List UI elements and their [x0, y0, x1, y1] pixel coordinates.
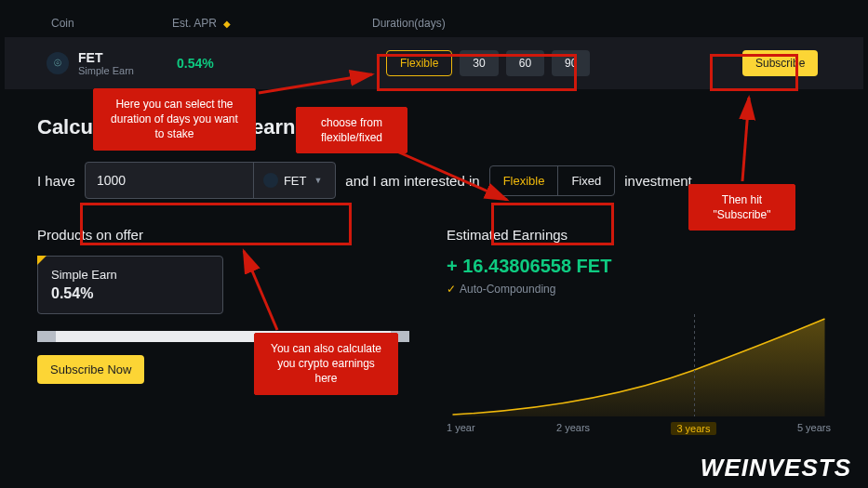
products-title: Products on offer [37, 227, 409, 243]
amount-group: FET ▼ [85, 162, 336, 199]
header-coin: Coin [51, 17, 172, 30]
x-5years[interactable]: 5 years [797, 422, 831, 435]
scroll-left-icon[interactable] [37, 331, 56, 342]
calc-prefix: I have [37, 173, 75, 189]
x-2years[interactable]: 2 years [556, 422, 590, 435]
amount-input[interactable] [86, 173, 253, 188]
x-3years[interactable]: 3 years [671, 422, 715, 435]
coin-symbol: FET [78, 50, 134, 65]
fet-mini-icon [263, 173, 278, 188]
product-apr: 0.54% [51, 285, 209, 302]
duration-flexible[interactable]: Flexible [386, 50, 452, 76]
duration-90[interactable]: 90 [552, 50, 590, 76]
header-duration: Duration(days) [372, 17, 831, 30]
product-card[interactable]: Simple Earn 0.54% [37, 256, 223, 314]
callout-flex-fixed: choose from flexible/fixed [296, 107, 407, 153]
check-icon: ✓ [447, 283, 456, 296]
callout-calculate: You can also calculate you crypto earnin… [254, 333, 398, 395]
coin-select[interactable]: FET ▼ [253, 163, 335, 198]
header-apr-label: Est. APR [172, 17, 217, 30]
product-name: Simple Earn [51, 268, 209, 282]
auto-compounding: ✓Auto-Compounding [447, 283, 831, 296]
x-1year[interactable]: 1 year [447, 422, 475, 435]
investment-tabs: Flexible Fixed [489, 165, 616, 196]
tab-flexible[interactable]: Flexible [490, 166, 558, 195]
coin-subtitle: Simple Earn [78, 65, 134, 76]
subscribe-button[interactable]: Subscribe [742, 50, 818, 76]
calc-mid: and I am interested in [345, 173, 479, 189]
earnings-value: + 16.43806558 FET [447, 256, 831, 277]
fet-coin-icon: ⦾ [47, 52, 69, 74]
callout-duration: Here you can select the duration of days… [93, 88, 256, 151]
earnings-chart [447, 314, 831, 416]
duration-group: Flexible 30 60 90 [377, 50, 742, 76]
chevron-down-icon: ▼ [314, 176, 322, 185]
callout-subscribe: Then hit "Subscribe" [688, 184, 795, 231]
tab-fixed[interactable]: Fixed [557, 166, 614, 195]
coin-row: ⦾ FET Simple Earn 0.54% Flexible 30 60 9… [5, 37, 863, 89]
duration-30[interactable]: 30 [460, 50, 498, 76]
duration-60[interactable]: 60 [506, 50, 544, 76]
apr-value: 0.54% [177, 56, 377, 71]
chart-x-labels: 1 year 2 years 3 years 5 years [447, 422, 831, 435]
coin-select-label: FET [284, 174, 307, 188]
sort-icon[interactable]: ◆ [223, 19, 231, 29]
watermark: WEINVESTS [701, 454, 851, 482]
subscribe-now-button[interactable]: Subscribe Now [37, 355, 144, 384]
calc-suffix: investment. [624, 173, 696, 189]
header-apr[interactable]: Est. APR ◆ [172, 17, 372, 30]
